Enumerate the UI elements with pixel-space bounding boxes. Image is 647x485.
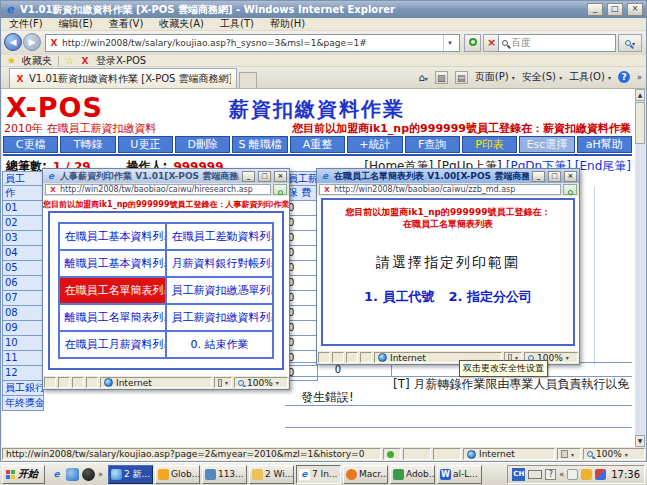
close-button[interactable]: × — [564, 171, 577, 182]
toolbar-button-correct[interactable]: U更正 — [118, 136, 173, 153]
maximize-button[interactable]: □ — [258, 171, 271, 182]
favorites-button[interactable]: 收藏夹 — [22, 54, 52, 68]
maximize-button[interactable]: □ — [548, 171, 561, 182]
vertical-scrollbar[interactable]: ▲ ▼ — [635, 89, 645, 447]
close-button[interactable]: × — [627, 3, 643, 16]
qq-icon[interactable] — [82, 468, 95, 481]
toolbar-button-print[interactable]: P印表 — [462, 136, 517, 153]
title-bar[interactable]: e V1.01薪資扣繳資料作業 [X-POS 雲端商務網] - Windows … — [1, 1, 646, 18]
menu-item-tools[interactable]: 工具(T) — [220, 17, 254, 31]
popup-title-bar[interactable]: e 在職員工名單簡表列表 V1.00[X-POS 雲端商務網] - W _ □ … — [317, 169, 579, 183]
start-label: 开始 — [18, 467, 38, 481]
menu-item-favorites[interactable]: 收藏夹(A) — [159, 17, 204, 31]
menu-item-resigned-basic[interactable]: 2. 離職員工基本資料列表 — [59, 250, 166, 277]
popup-zoom[interactable]: 100%▾ — [234, 377, 288, 388]
task-button-4[interactable]: 2 Wi...▾ — [249, 465, 294, 484]
search-input[interactable]: 百度 — [498, 34, 616, 52]
close-button[interactable]: × — [274, 171, 287, 182]
task-button-6[interactable]: Macr... — [343, 465, 388, 484]
home-icon[interactable]: ⌂▾ — [418, 72, 427, 83]
status-zoom[interactable]: 100%▾ — [583, 448, 645, 460]
popup-protected-mode[interactable]: ▾ — [214, 377, 232, 388]
option-branch[interactable]: 2. 指定分公司 — [449, 288, 533, 306]
refresh-icon — [469, 38, 477, 46]
table-row-label: 04 — [2, 246, 44, 261]
menu-item-edit[interactable]: 编辑(E) — [59, 17, 93, 31]
tray-icon-1[interactable] — [567, 469, 578, 480]
new-tab-stub[interactable] — [239, 72, 257, 88]
forward-button[interactable]: ▶ — [23, 33, 41, 51]
minimize-button[interactable]: _ — [242, 171, 255, 182]
toolbar-button-delete[interactable]: D刪除 — [175, 136, 230, 153]
ie-quicklaunch-icon[interactable]: e — [50, 468, 63, 481]
overflow-chevron-icon[interactable]: » — [637, 73, 642, 82]
status-segment — [433, 448, 461, 460]
toolbar-button-update[interactable]: C更檔 — [3, 136, 58, 153]
maximize-button[interactable]: □ — [607, 3, 623, 16]
start-button[interactable]: 开始 — [2, 465, 45, 484]
status-zone[interactable]: Internet — [463, 448, 555, 460]
toolbar-button-esc-select[interactable]: Esc選擇 — [519, 136, 574, 153]
menu-item-file[interactable]: 文件(F) — [9, 17, 43, 31]
tab-active[interactable]: X V1.01薪資扣繳資料作業 [X-POS 雲端商務網] — [9, 68, 237, 88]
minimize-button[interactable]: _ — [532, 171, 545, 182]
toolbar-button-help[interactable]: aH幫助 — [577, 136, 632, 153]
go-button[interactable] — [563, 184, 577, 195]
menu-item-active-basic[interactable]: 1. 在職員工基本資料列表 — [59, 223, 166, 250]
address-bar[interactable]: X http://win2008/tw/salary/koujiao.asp?h… — [45, 34, 460, 52]
tray-icon-2[interactable] — [581, 469, 592, 480]
scroll-up-icon[interactable]: ▲ — [635, 89, 645, 101]
browser-status-bar: http://win2008/tw/salary/koujiao.asp?pag… — [1, 447, 646, 461]
ime-indicator[interactable]: CH — [512, 468, 525, 481]
page-menu[interactable]: 页面(P) ▾ — [475, 70, 515, 84]
toolbar-button-query[interactable]: F查詢 — [405, 136, 460, 153]
minimize-button[interactable]: _ — [587, 3, 603, 16]
task-button-2[interactable]: Glob... — [155, 465, 200, 484]
menu-item-active-namelist-selected[interactable]: 3. 在職員工名單簡表列表 — [59, 277, 166, 304]
task-button-7[interactable]: Adob... — [390, 465, 435, 484]
toolbar-button-transfer[interactable]: T轉錄 — [60, 136, 115, 153]
nav-key-end[interactable]: [End尾筆] — [575, 158, 631, 175]
keyboard-icon[interactable] — [528, 470, 542, 479]
task-button-8[interactable]: Wal-L... — [437, 465, 482, 484]
address-dropdown-icon[interactable]: ▾ — [443, 35, 456, 51]
go-button[interactable] — [273, 184, 287, 195]
task-button-1[interactable]: 2 新... — [108, 465, 153, 484]
search-go-button[interactable]: ▾ — [618, 34, 642, 52]
menu-item-exit[interactable]: 0. 結束作業 — [166, 331, 273, 358]
feeds-icon[interactable]: ▨ — [435, 71, 448, 84]
back-button[interactable]: ◀ — [4, 33, 22, 51]
menu-item-withholding-slip[interactable]: 8. 員工薪資扣繳憑單列表 — [166, 277, 273, 304]
quicklaunch-chevron-icon[interactable]: » — [98, 470, 103, 479]
favorite-link[interactable]: 登录X-POS — [96, 54, 146, 68]
tray-chevron-icon[interactable]: « — [559, 470, 564, 479]
scrollbar-thumb[interactable] — [635, 102, 645, 144]
toolbar-button-statistics[interactable]: +統計 — [347, 136, 402, 153]
menu-item-view[interactable]: 查看(V) — [109, 17, 144, 31]
safety-menu[interactable]: 安全(S) ▾ — [522, 70, 562, 84]
menu-item-bank-reconcile[interactable]: 7. 月薪資料銀行對帳列表 — [166, 250, 273, 277]
menu-item-resigned-namelist[interactable]: 4. 離職員工名單簡表列表 — [59, 304, 166, 331]
status-protected-mode[interactable]: ▾ — [557, 448, 581, 460]
toolbar-button-resigned[interactable]: S 離職檔 — [232, 136, 287, 153]
menu-item-withholding-data[interactable]: 9. 員工薪資扣繳資料列表 — [166, 304, 273, 331]
popup-address-field[interactable]: X http://win2008/tw/baobiao/caiwu/hirese… — [45, 184, 271, 195]
popup-address-field[interactable]: X http://win2008/tw/baobiao/caiwu/zzb_md… — [319, 184, 561, 195]
refresh-button[interactable] — [464, 34, 481, 52]
task-button-3[interactable]: 113... — [202, 465, 247, 484]
menu-item-help[interactable]: 帮助(H) — [270, 17, 305, 31]
popup-title-bar[interactable]: e 人事薪資列印作業 V1.01[X-POS 雲端商務網] - W... _ □… — [43, 169, 289, 183]
help-tray-icon[interactable]: ? — [545, 469, 556, 480]
add-favorite-icon[interactable]: ☆ — [65, 55, 74, 66]
tray-icon-3[interactable] — [595, 469, 606, 480]
print-icon[interactable]: ▤ — [455, 71, 468, 84]
toolbar-button-rebuild[interactable]: A重整 — [290, 136, 345, 153]
tools-menu[interactable]: 工具(O) ▾ — [569, 70, 611, 84]
menu-item-attendance[interactable]: 6. 在職員工差勤資料列表 — [166, 223, 273, 250]
scroll-down-icon[interactable]: ▼ — [635, 435, 645, 447]
messenger-icon[interactable] — [66, 468, 79, 481]
menu-item-monthly-salary[interactable]: 5. 在職員工月薪資料列表 — [59, 331, 166, 358]
help-icon[interactable]: ? — [618, 71, 630, 83]
task-button-5-active[interactable]: e7 In...▾ — [296, 465, 341, 484]
option-employee-code[interactable]: 1. 員工代號 — [364, 288, 435, 306]
